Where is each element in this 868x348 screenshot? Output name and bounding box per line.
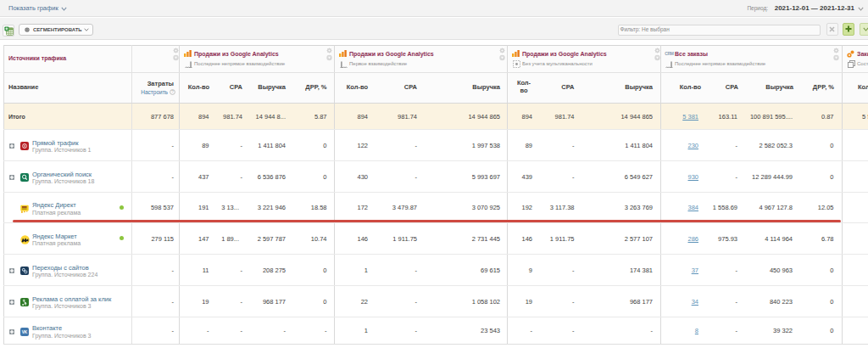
svg-text:VK: VK: [21, 330, 27, 334]
